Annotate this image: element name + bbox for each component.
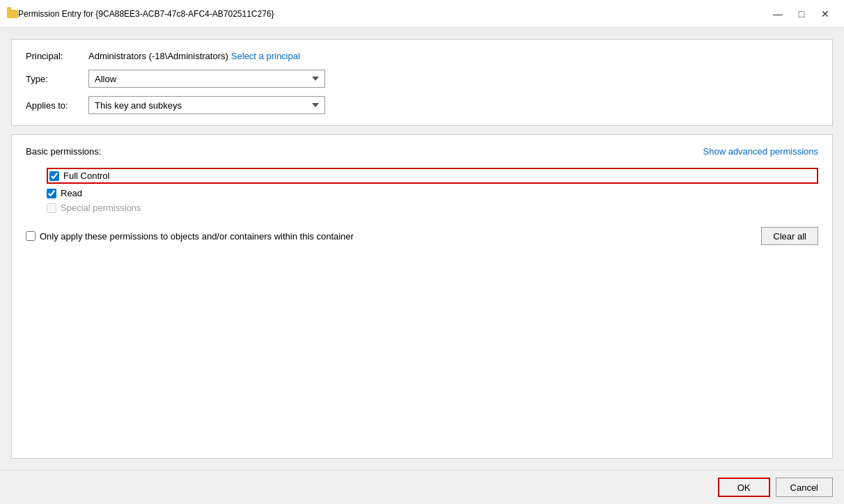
- only-apply-checkbox[interactable]: [26, 231, 36, 241]
- only-apply-label: Only apply these permissions to objects …: [40, 231, 354, 242]
- full-control-row: Full Control: [47, 168, 818, 184]
- full-control-checkbox[interactable]: [49, 171, 59, 181]
- only-apply-row: Only apply these permissions to objects …: [26, 231, 354, 242]
- minimize-button[interactable]: —: [767, 6, 788, 22]
- read-label: Read: [61, 188, 82, 198]
- top-section: Principal: Administrators ( -18\Administ…: [11, 39, 833, 126]
- type-row: Type: Allow Deny: [26, 70, 818, 88]
- type-label: Type:: [26, 74, 88, 84]
- principal-suffix: -18\Administrators): [152, 51, 228, 61]
- read-row: Read: [47, 188, 818, 198]
- special-permissions-row: Special permissions: [47, 203, 818, 213]
- title-bar: Permission Entry for {9CA88EE3-ACB7-47c8…: [0, 0, 844, 28]
- principal-row: Principal: Administrators ( -18\Administ…: [26, 51, 818, 61]
- clear-all-button[interactable]: Clear all: [761, 227, 818, 245]
- special-permissions-checkbox: [47, 203, 56, 213]
- principal-value: Administrators (: [88, 51, 152, 61]
- type-select[interactable]: Allow Deny: [88, 70, 325, 88]
- full-control-label: Full Control: [63, 171, 109, 181]
- principal-label: Principal:: [26, 51, 88, 61]
- applies-to-label: Applies to:: [26, 100, 88, 111]
- applies-to-select[interactable]: This key and subkeys This key only Subke…: [88, 96, 325, 114]
- special-permissions-label: Special permissions: [61, 203, 141, 213]
- ok-button[interactable]: OK: [718, 478, 770, 497]
- basic-permissions-label: Basic permissions:: [26, 146, 101, 157]
- select-principal-link[interactable]: Select a principal: [231, 51, 300, 61]
- maximize-button[interactable]: □: [791, 6, 812, 22]
- permissions-list: Full Control Read Special permissions: [47, 168, 818, 213]
- cancel-button[interactable]: Cancel: [776, 478, 833, 497]
- window-title: Permission Entry for {9CA88EE3-ACB7-47c8…: [18, 9, 767, 19]
- window-controls: — □ ✕: [767, 6, 836, 22]
- permissions-header: Basic permissions: Show advanced permiss…: [26, 146, 818, 157]
- permission-entry-window: Permission Entry for {9CA88EE3-ACB7-47c8…: [0, 0, 844, 504]
- read-checkbox[interactable]: [47, 189, 56, 198]
- folder-icon: [7, 10, 18, 18]
- bottom-row: Only apply these permissions to objects …: [26, 227, 818, 245]
- permissions-section: Basic permissions: Show advanced permiss…: [11, 134, 833, 459]
- close-button[interactable]: ✕: [815, 6, 836, 22]
- footer: OK Cancel: [0, 470, 844, 504]
- applies-to-row: Applies to: This key and subkeys This ke…: [26, 96, 818, 114]
- main-content: Principal: Administrators ( -18\Administ…: [0, 28, 844, 470]
- show-advanced-link[interactable]: Show advanced permissions: [703, 146, 818, 157]
